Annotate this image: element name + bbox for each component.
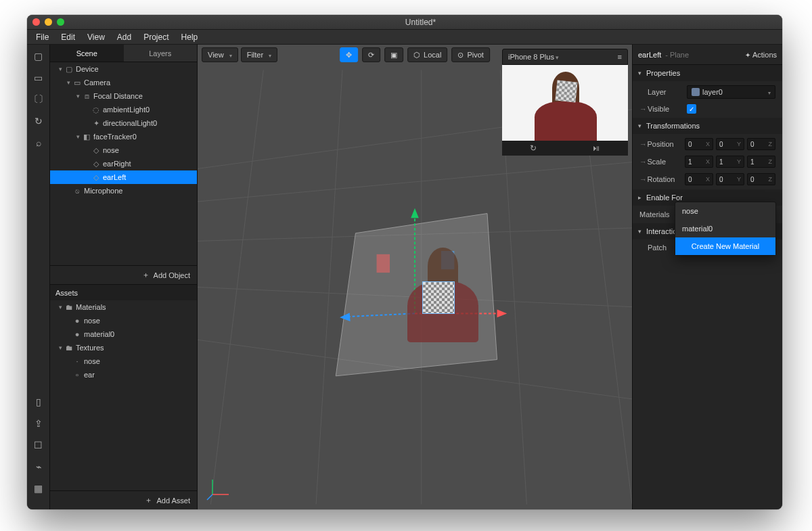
scale-y[interactable]: 1Y [716,156,744,168]
scale-tool[interactable]: ▣ [384,47,403,62]
position-z[interactable]: 0Z [747,138,775,150]
node-label: directionalLight0 [102,119,157,127]
position-x[interactable]: 0X [685,138,713,150]
tree-item-nose[interactable]: ◇nose [50,143,197,157]
node-label: ambientLight0 [102,106,150,114]
create-new-material[interactable]: Create New Material [675,237,775,255]
bug-icon[interactable]: ⌁ [32,461,45,473]
position-y[interactable]: 0Y [716,138,744,150]
viewport[interactable]: View Filter ✥ ⟳ ▣ ⬡ Local ⊙ Pivot [198,45,632,509]
save-icon[interactable]: ☐ [32,439,45,451]
tree-item-focal-distance[interactable]: ⧈Focal Distance [50,89,197,103]
refresh-icon[interactable]: ↻ [32,115,45,127]
titlebar: Untitled* [27,15,782,30]
tab-scene[interactable]: Scene [50,45,124,62]
svg-rect-11 [377,254,390,273]
node-icon: ◧ [81,133,92,141]
add-asset-button[interactable]: ＋ Add Asset [50,490,197,509]
node-icon: ● [72,317,83,325]
pivot-toggle[interactable]: ⊙ Pivot [451,47,489,62]
chevron-icon [57,304,64,310]
tree-item-material0[interactable]: ●material0 [50,327,197,341]
tree-item-directionallight0[interactable]: ✦directionalLight0 [50,116,197,130]
node-icon: ◇ [91,160,102,168]
node-label: nose [83,317,100,325]
device-icon[interactable]: ▯ [32,396,45,408]
tree-item-textures[interactable]: 🖿Textures [50,341,197,354]
menu-file[interactable]: File [30,32,55,42]
rotation-x[interactable]: 0X [685,173,713,185]
node-label: Device [74,65,99,73]
close-icon[interactable] [32,18,40,26]
view-dropdown[interactable]: View [202,47,238,62]
visible-label: Visible [648,105,687,113]
layout-icon[interactable]: ▢ [32,50,45,62]
node-label: earRight [102,160,131,168]
node-icon: ◌ [91,106,102,114]
node-label: ear [83,371,95,379]
search-icon[interactable]: ⌕ [32,137,45,149]
local-toggle[interactable]: ⬡ Local [407,47,447,62]
material-option-nose[interactable]: nose [675,202,775,220]
tree-item-ambientlight0[interactable]: ◌ambientLight0 [50,103,197,116]
menu-add[interactable]: Add [111,32,137,42]
share-icon[interactable]: ⇪ [32,417,45,430]
tree-item-nose[interactable]: ·nose [50,354,197,368]
tree-item-earleft[interactable]: ◇earLeft [50,170,197,184]
section-properties[interactable]: Properties [646,69,680,77]
tree-item-facetracker0[interactable]: ◧faceTracker0 [50,130,197,143]
tree-item-materials[interactable]: 🖿Materials [50,300,197,314]
tab-layers[interactable]: Layers [124,45,198,62]
traffic-lights [32,18,64,26]
menu-view[interactable]: View [81,32,111,42]
grid-icon[interactable]: ▦ [32,482,45,494]
chevron-icon [74,133,81,140]
tree-item-camera[interactable]: ▭Camera [50,76,197,89]
preview-pause-icon[interactable]: ⏯ [592,143,600,153]
menubar: File Edit View Add Project Help [27,30,782,45]
menu-edit[interactable]: Edit [55,32,81,42]
preview-refresh-icon[interactable]: ↻ [530,143,537,153]
tree-item-microphone[interactable]: ⍉Microphone [50,184,197,198]
device-selector[interactable]: iPhone 8 Plus [508,53,559,61]
add-object-button[interactable]: ＋ Add Object [50,265,197,284]
node-label: nose [83,357,100,365]
add-asset-label: Add Asset [156,497,190,505]
node-label: earLeft [102,173,126,181]
move-tool[interactable]: ✥ [340,47,358,62]
rotation-z[interactable]: 0Z [747,173,775,185]
window-title: Untitled* [64,18,777,27]
left-panel: Scene Layers ▢Device▭Camera⧈Focal Distan… [50,45,198,509]
rotation-y[interactable]: 0Y [716,173,744,185]
scale-z[interactable]: 1Z [747,156,775,168]
preview-frame [502,65,628,141]
tree-item-device[interactable]: ▢Device [50,62,197,76]
svg-line-1 [198,162,632,202]
node-icon: ▫ [72,371,83,379]
minimize-icon[interactable] [45,18,52,26]
add-object-label: Add Object [154,271,190,279]
rotate-tool[interactable]: ⟳ [362,47,380,62]
svg-marker-18 [340,313,351,321]
maximize-icon[interactable] [57,18,64,26]
menu-help[interactable]: Help [175,32,204,42]
visible-checkbox[interactable]: ✓ [687,104,696,114]
tree-item-nose[interactable]: ●nose [50,314,197,327]
video-icon[interactable]: ▭ [32,72,45,84]
actions-button[interactable]: Actions [745,51,777,59]
node-label: Camera [83,78,110,87]
filter-dropdown[interactable]: Filter [241,47,277,62]
node-icon: · [72,357,83,365]
section-transformations[interactable]: Transformations [646,122,700,130]
preview-menu-icon[interactable]: ≡ [618,53,622,61]
node-icon: ⍉ [72,187,83,195]
section-enable-for[interactable]: Enable For [646,193,683,202]
material-option-material0[interactable]: material0 [675,220,775,237]
menu-project[interactable]: Project [137,32,175,42]
code-icon[interactable]: 〔〕 [32,93,45,106]
scale-x[interactable]: 1X [685,156,713,168]
tree-item-earright[interactable]: ◇earRight [50,157,197,170]
layer-dropdown[interactable]: layer0 [687,85,775,99]
tree-item-ear[interactable]: ▫ear [50,368,197,382]
svg-line-21 [207,494,212,500]
